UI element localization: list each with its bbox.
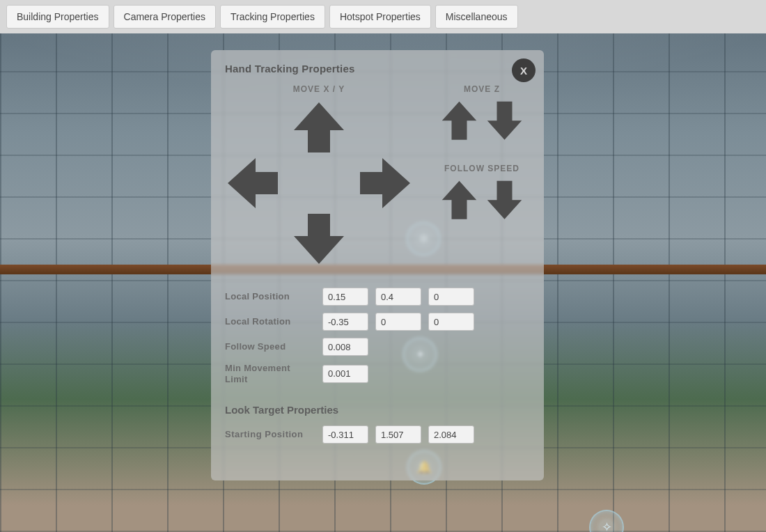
- min-movement-input[interactable]: [322, 365, 368, 383]
- local-position-z-input[interactable]: [428, 288, 474, 306]
- starting-position-z-input[interactable]: [428, 425, 474, 444]
- move-left-button[interactable]: [225, 155, 281, 211]
- move-z-up-button[interactable]: [440, 100, 478, 143]
- top-toolbar: Building Properties Camera Properties Tr…: [0, 0, 766, 33]
- move-down-button[interactable]: [291, 211, 347, 267]
- starting-position-x-input[interactable]: [322, 425, 368, 444]
- tab-hotspot-properties[interactable]: Hotspot Properties: [329, 5, 431, 29]
- tab-miscellaneous[interactable]: Miscellaneous: [435, 5, 518, 29]
- tab-camera-properties[interactable]: Camera Properties: [114, 5, 217, 29]
- local-rotation-y-input[interactable]: [375, 313, 421, 331]
- move-z-down-button[interactable]: [485, 100, 524, 143]
- local-position-y-input[interactable]: [375, 288, 421, 306]
- hand-tracking-panel: X Hand Tracking Properties MOVE X / Y: [211, 50, 544, 480]
- follow-speed-label: Follow Speed: [225, 341, 315, 352]
- local-position-label: Local Position: [225, 291, 315, 302]
- move-z-label: MOVE Z: [434, 84, 530, 94]
- tab-tracking-properties[interactable]: Tracking Properties: [220, 5, 325, 29]
- follow-speed-down-button[interactable]: [485, 179, 524, 222]
- follow-speed-up-button[interactable]: [440, 179, 478, 222]
- starting-position-y-input[interactable]: [375, 425, 421, 444]
- local-rotation-label: Local Rotation: [225, 316, 315, 327]
- move-right-button[interactable]: [357, 155, 413, 211]
- local-rotation-z-input[interactable]: [428, 313, 474, 331]
- panel-title: Hand Tracking Properties: [225, 63, 530, 75]
- local-rotation-x-input[interactable]: [322, 313, 368, 331]
- look-target-title: Look Target Properties: [225, 404, 530, 416]
- close-button[interactable]: X: [512, 58, 536, 82]
- move-up-button[interactable]: [291, 100, 347, 155]
- follow-speed-section-label: FOLLOW SPEED: [434, 164, 530, 173]
- min-movement-label: Min Movement Limit: [225, 363, 315, 384]
- tab-building-properties[interactable]: Building Properties: [6, 5, 109, 29]
- local-position-x-input[interactable]: [322, 288, 368, 306]
- move-z-controls: [434, 100, 530, 143]
- follow-speed-input[interactable]: [322, 338, 368, 356]
- move-xy-dpad: [225, 100, 413, 267]
- follow-speed-controls: [434, 179, 530, 222]
- starting-position-label: Starting Position: [225, 429, 315, 440]
- move-xy-label: MOVE X / Y: [225, 84, 413, 94]
